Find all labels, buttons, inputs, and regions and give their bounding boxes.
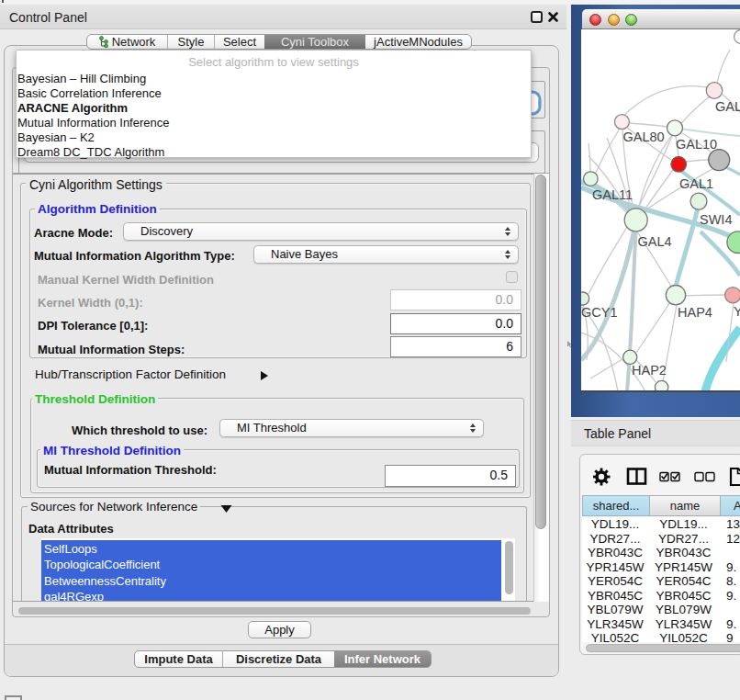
svg-text:GAL11: GAL11 [592,187,633,202]
svg-text:Y: Y [734,304,740,319]
svg-text:HAP2: HAP2 [632,363,667,378]
svg-text:GAL2: GAL2 [715,99,740,114]
svg-text:GCY1: GCY1 [581,305,618,320]
svg-text:GAL10: GAL10 [676,137,717,152]
svg-text:GAL4: GAL4 [638,234,672,249]
svg-text:GAL80: GAL80 [623,130,665,144]
svg-text:GAL1: GAL1 [679,176,713,191]
svg-text:SWI4: SWI4 [700,212,732,227]
svg-text:HAP4: HAP4 [678,305,712,320]
